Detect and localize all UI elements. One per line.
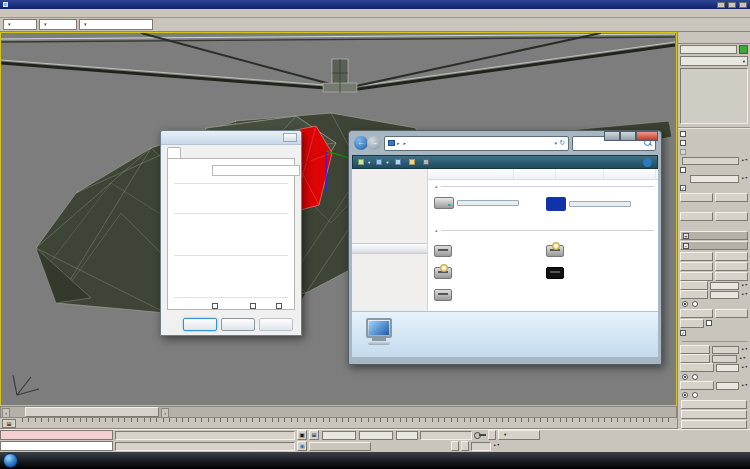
cut-button[interactable]: [680, 319, 704, 328]
extrude-spinner[interactable]: [710, 282, 739, 290]
divide-button[interactable]: [680, 272, 713, 281]
current-frame-field[interactable]: [471, 442, 491, 451]
properties-title-bar[interactable]: [161, 131, 301, 145]
slice-plane-button[interactable]: [680, 309, 713, 318]
modifier-list-dropdown[interactable]: ▾: [680, 56, 748, 66]
to-elements-radio[interactable]: [692, 392, 698, 398]
views-button[interactable]: ▾: [376, 159, 388, 165]
time-slider-prev-icon[interactable]: ‹: [2, 408, 10, 418]
back-button[interactable]: ←: [354, 136, 368, 150]
spinner-arrows-icon[interactable]: ▲▼: [493, 444, 500, 448]
address-dropdown-icon[interactable]: ▾: [555, 140, 558, 146]
tessellate-button[interactable]: [680, 363, 714, 372]
object-name-field[interactable]: [680, 45, 737, 54]
selection-filter-dropdown[interactable]: ▾: [3, 19, 37, 30]
map-network-drive-button[interactable]: [423, 159, 431, 165]
selection-set-anim-dropdown[interactable]: ▾: [498, 430, 540, 440]
start-button[interactable]: [3, 453, 18, 468]
set-key-button[interactable]: [451, 441, 459, 451]
group-header-hdd[interactable]: ▴: [428, 182, 658, 190]
chevron-up-icon[interactable]: ▴: [435, 227, 438, 233]
edit-geometry-rollout[interactable]: −: [680, 241, 748, 250]
archive-checkbox[interactable]: [276, 303, 282, 309]
column-type[interactable]: [514, 169, 556, 179]
add-time-tag[interactable]: [309, 442, 371, 451]
spinner-arrows-icon[interactable]: ▲▼: [741, 293, 748, 297]
copy-button[interactable]: [680, 212, 713, 221]
column-total-size[interactable]: [556, 169, 604, 179]
reference-coordinate-dropdown[interactable]: ▾: [39, 19, 77, 30]
minimize-button[interactable]: [604, 131, 620, 141]
soft-selection-rollout[interactable]: +: [680, 231, 748, 240]
bevel-button[interactable]: [680, 290, 708, 299]
refresh-icon[interactable]: ↻: [559, 139, 565, 147]
folders-band[interactable]: [352, 243, 427, 254]
explorer-caption[interactable]: ← → ▸ ▸ ▾ ↻: [352, 131, 658, 155]
z-coordinate[interactable]: [395, 431, 418, 440]
spinner-arrows-icon[interactable]: ▲▼: [741, 284, 748, 288]
unhide-all-button[interactable]: [715, 193, 748, 202]
y-value[interactable]: [359, 431, 393, 440]
track-bar[interactable]: ⊞: [0, 418, 677, 429]
hide-button[interactable]: [680, 193, 713, 202]
address-bar[interactable]: ▸ ▸ ▾ ↻: [384, 136, 569, 151]
x-coordinate[interactable]: [321, 431, 356, 440]
spinner-arrows-icon[interactable]: ▲▼: [741, 177, 748, 181]
drive-floppy-a[interactable]: [434, 245, 455, 257]
absolute-mode-toggle[interactable]: ⊞: [309, 430, 319, 440]
filename-input[interactable]: [212, 165, 300, 176]
minimize-button[interactable]: [717, 2, 725, 8]
bevel-spinner[interactable]: [710, 291, 739, 299]
maximize-button[interactable]: [728, 2, 736, 8]
spinner-arrows-icon[interactable]: ▲▼: [741, 366, 748, 370]
close-button[interactable]: [739, 2, 747, 8]
explode-button[interactable]: [680, 381, 714, 390]
help-icon[interactable]: [643, 158, 652, 167]
macro-recorder-field[interactable]: [0, 430, 113, 440]
y-coordinate[interactable]: [358, 431, 393, 440]
object-color-swatch[interactable]: [739, 45, 748, 54]
ignore-backfacing-checkbox[interactable]: [680, 140, 686, 146]
scale-spinner[interactable]: [690, 175, 739, 183]
drive-ipod-h[interactable]: [434, 289, 455, 301]
drive-cd-e[interactable]: [434, 267, 455, 279]
delete-button[interactable]: [715, 252, 748, 261]
read-only-checkbox[interactable]: [212, 303, 218, 309]
drive-my-book-f[interactable]: [546, 197, 631, 211]
detach-button[interactable]: [715, 262, 748, 271]
maxscript-mini-listener[interactable]: [0, 441, 113, 451]
x-value[interactable]: [322, 431, 356, 440]
chevron-up-icon[interactable]: ▴: [435, 183, 438, 189]
hidden-checkbox[interactable]: [250, 303, 256, 309]
z-value[interactable]: [396, 431, 418, 440]
time-slider-handle[interactable]: [25, 407, 159, 417]
cancel-button[interactable]: [221, 318, 255, 331]
breadcrumb-chevron-icon[interactable]: ▸: [404, 140, 407, 146]
breadcrumb-chevron-icon[interactable]: ▸: [397, 140, 400, 146]
time-slider-track[interactable]: ‹ ›: [0, 406, 677, 418]
refine-ends-checkbox[interactable]: ✓: [680, 330, 686, 336]
time-slider-next-icon[interactable]: ›: [161, 408, 169, 418]
drive-magicjack-g[interactable]: [546, 267, 567, 279]
group-header-removable[interactable]: ▴: [428, 226, 658, 234]
spinner-arrows-icon[interactable]: ▲▼: [741, 384, 748, 388]
drive-dvd-rw-d[interactable]: [546, 245, 567, 257]
by-face-center-radio[interactable]: [692, 374, 698, 380]
ok-button[interactable]: [183, 318, 217, 331]
to-objects-radio[interactable]: [682, 392, 688, 398]
by-vertex-checkbox[interactable]: [680, 131, 686, 137]
named-selection-set-dropdown[interactable]: ▾: [79, 19, 153, 30]
auto-key-button[interactable]: [488, 430, 496, 440]
extrude-button[interactable]: [680, 281, 708, 290]
drive-local-disk-c[interactable]: [434, 197, 519, 209]
more-link[interactable]: [352, 173, 427, 183]
time-tag-icon[interactable]: ◉: [297, 441, 307, 451]
close-button[interactable]: [636, 131, 658, 141]
delete-isolated-vertices-checkbox[interactable]: ✓: [680, 185, 686, 191]
by-edge-radio[interactable]: [682, 374, 688, 380]
normal-local-radio[interactable]: [692, 301, 698, 307]
tessellate-spinner[interactable]: [716, 364, 739, 372]
system-properties-button[interactable]: [395, 159, 403, 165]
forward-button[interactable]: →: [367, 136, 381, 150]
split-checkbox[interactable]: [706, 320, 712, 326]
